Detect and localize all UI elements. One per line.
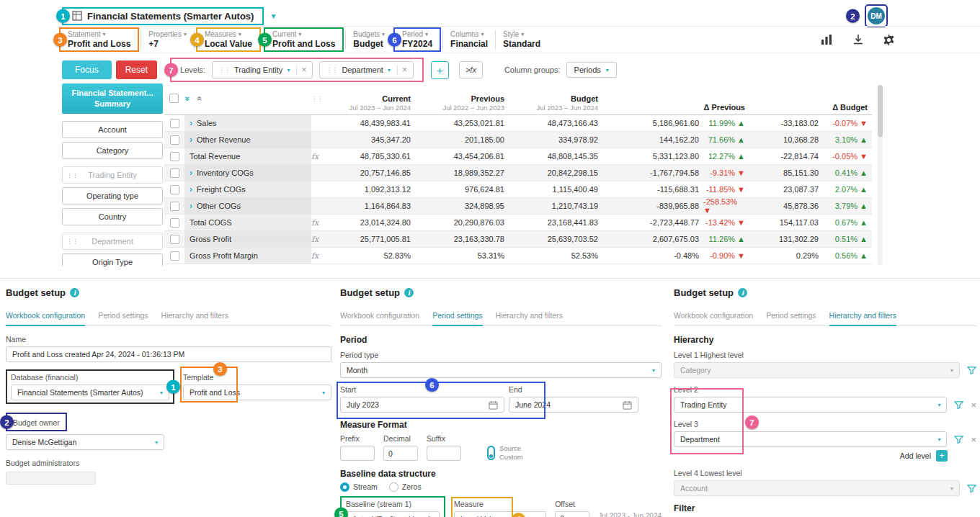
database-select[interactable]: Financial Statements (Smarter Autos) ▾ [11,385,169,400]
budgets-dropdown[interactable]: Budgets▾ Budget [346,29,392,50]
row-name-cell[interactable]: ›Sales [184,115,311,131]
expand-chevron-icon[interactable]: › [190,135,192,145]
table-row[interactable]: Total Revenue fx 48,785,330.61 43,454,20… [164,148,872,165]
sidebar-item-trading-entity[interactable]: ⋮⋮Trading Entity [62,166,163,184]
row-checkbox[interactable] [170,218,179,228]
tab-hierarchy-and-filters[interactable]: Hierarchy and filters [161,311,228,325]
start-date-input[interactable]: July 2023 [340,397,504,413]
filter-funnel-icon[interactable] [967,366,976,375]
sidebar-item-category[interactable]: Category [62,142,163,159]
download-icon[interactable] [852,34,864,45]
drag-handle-icon[interactable]: ⋮⋮ [218,66,230,73]
columns-dropdown[interactable]: Columns▾ Financial [443,29,495,50]
table-row[interactable]: Total COGS fx 23,014,324.80 20,290,876.0… [164,215,872,231]
row-name-cell[interactable]: ›Other Revenue [184,132,311,148]
sidebar-active-summary[interactable]: Financial Statement... Summary [62,84,163,114]
scrollbar-thumb[interactable] [878,85,883,137]
row-checkbox[interactable] [170,185,179,194]
template-select[interactable]: Profit and Loss ▾ [183,385,331,400]
focus-button[interactable]: Focus [62,60,112,79]
add-level-button[interactable]: + [431,61,449,79]
period-dropdown[interactable]: 6 Period▾ FY2024 [393,27,441,52]
baseline-select[interactable]: Actual (Profit and Loss) ▾ [346,511,440,517]
measures-dropdown[interactable]: 4 Measures▾ Local Value [196,27,261,52]
measure-select[interactable]: Local Value ▾ [454,511,546,517]
tab-period-settings[interactable]: Period settings [98,311,148,325]
column-header-delta-budget[interactable]: Δ Budget [749,103,872,112]
decimal-input[interactable] [383,446,418,461]
calendar-icon[interactable] [623,400,632,410]
level3-select[interactable]: Department ▾ [674,431,947,447]
chart-icon[interactable] [821,34,834,45]
expand-chevron-icon[interactable]: › [190,201,192,211]
budget-admins-input[interactable] [6,472,96,485]
level2-select[interactable]: Trading Entity ▾ [674,397,947,413]
column-group-chip[interactable]: Periods ▾ [566,62,617,78]
tab-workbook-configuration[interactable]: Workbook configuration [340,311,419,325]
row-checkbox[interactable] [170,135,179,145]
info-icon[interactable]: i [738,288,747,297]
row-name-cell[interactable]: ›Inventory COGs [184,165,311,181]
row-checkbox[interactable] [170,168,179,178]
offset-input[interactable] [555,511,589,517]
radio-selected-icon[interactable] [340,482,349,492]
row-name-cell[interactable]: ›Freight COGs [184,181,311,197]
source-custom-toggle[interactable] [487,446,495,460]
sidebar-item-origin-type[interactable]: Origin Type [62,253,163,266]
tab-workbook-configuration[interactable]: Workbook configuration [6,311,85,326]
row-name-cell[interactable]: ›Other COGs [184,198,311,214]
properties-dropdown[interactable]: Properties▾ +7 [141,29,194,50]
style-dropdown[interactable]: Style▾ Standard [496,29,548,50]
column-header-budget[interactable]: Budget Jul 2023 – Jun 2024 [509,94,602,112]
select-all-checkbox[interactable] [169,94,179,103]
workbook-title[interactable]: 1 Financial Statements (Smarter Autos) [62,7,264,25]
radio-unselected-icon[interactable] [389,482,398,492]
current-dropdown[interactable]: 5 Current▾ Profit and Loss [264,27,344,52]
table-row[interactable]: ›Sales 48,439,983.41 43,253,021.81 48,47… [164,115,872,132]
table-row[interactable]: ›Other Revenue 345,347.20 201,185.00 334… [164,132,872,148]
tab-period-settings[interactable]: Period settings [432,311,482,326]
row-checkbox[interactable] [170,119,179,128]
expand-chevron-icon[interactable]: › [190,184,192,194]
level4-select[interactable]: Account ▾ [674,480,960,496]
chevron-down-icon[interactable]: ▾ [287,67,290,73]
remove-level-icon[interactable]: × [971,434,976,445]
sidebar-item-operating-type[interactable]: Operating type [62,187,163,204]
level-chip-trading-entity[interactable]: ⋮⋮ Trading Entity ▾ × [212,61,313,78]
filter-funnel-icon[interactable] [967,484,976,493]
table-row[interactable]: ›Freight COGs 1,092,313.12 976,624.81 1,… [164,181,872,198]
gear-icon[interactable] [883,34,895,46]
tab-hierarchy-and-filters[interactable]: Hierarchy and filters [829,311,896,326]
filter-funnel-icon[interactable] [954,400,963,410]
row-checkbox[interactable] [170,235,179,244]
name-input[interactable] [6,346,331,362]
tab-period-settings[interactable]: Period settings [766,311,816,325]
row-checkbox[interactable] [170,152,179,161]
row-name-cell[interactable]: Total Revenue [184,148,311,164]
level1-select[interactable]: Category ▾ [674,362,960,378]
fx-button[interactable]: >fx [459,61,483,78]
remove-icon[interactable]: × [296,65,306,75]
sidebar-item-account[interactable]: Account [62,121,163,138]
row-checkbox[interactable] [170,202,179,211]
period-type-select[interactable]: Month ▾ [340,362,662,378]
zeros-radio-option[interactable]: Zeros [389,482,422,492]
budget-owner-select[interactable]: Denise McGettigan ▾ [6,434,164,450]
info-icon[interactable]: i [404,288,414,297]
vertical-scrollbar[interactable] [878,85,883,265]
sidebar-item-department[interactable]: ⋮⋮Department [62,233,163,250]
info-icon[interactable]: i [70,288,79,297]
title-chevron-down-icon[interactable]: ▼ [270,12,277,20]
add-level-button[interactable]: + [936,450,948,462]
chevron-down-icon[interactable]: ▾ [388,67,391,73]
column-header-previous[interactable]: Previous Jul 2022 – Jun 2023 [415,94,509,112]
collapse-all-icon[interactable]: » [194,96,204,101]
tab-workbook-configuration[interactable]: Workbook configuration [674,311,753,325]
statement-dropdown[interactable]: 3 Statement▾ Profit and Loss [59,27,139,52]
row-name-cell[interactable]: Total COGS [184,215,311,230]
stream-radio-option[interactable]: Stream [340,482,378,492]
table-row[interactable]: Gross Profit Margin fx 52.83% 53.31% 52.… [164,248,872,264]
table-row[interactable]: Gross Profit fx 25,771,005.81 23,163,330… [164,231,872,248]
expand-chevron-icon[interactable]: › [190,118,192,128]
prefix-input[interactable] [340,446,375,461]
